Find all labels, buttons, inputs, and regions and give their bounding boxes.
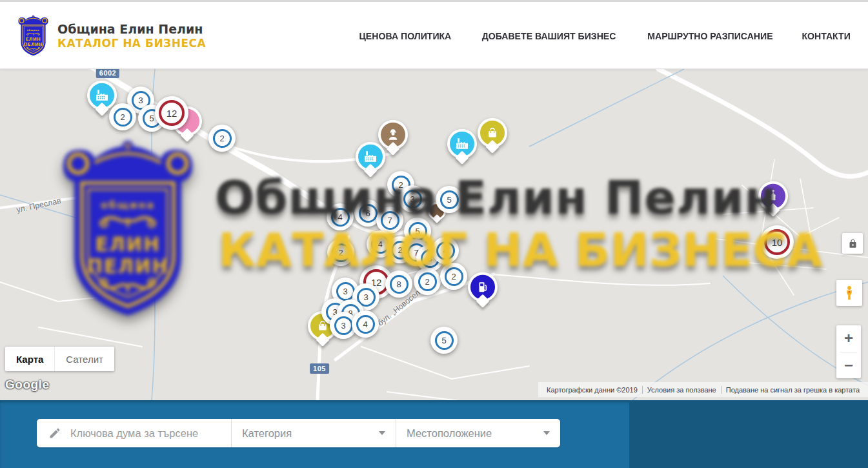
google-logo[interactable]: Google [5,378,49,392]
search-box: Категория Местоположение [37,419,560,447]
shopping-bag-icon [485,125,500,141]
map-cluster[interactable]: 12 [155,96,188,130]
cluster-count: 2 [213,129,232,148]
category-select[interactable]: Категория [231,419,396,447]
cluster-count: 3 [334,316,353,335]
church-icon [765,188,781,204]
map-type-map-button[interactable]: Карта [5,347,54,371]
cluster-count: 5 [435,331,454,350]
cluster-count: 4 [356,315,375,334]
location-select-value: Местоположение [407,427,492,440]
factory-icon [94,88,110,103]
map-cluster[interactable]: 7 [376,207,403,234]
lock-button[interactable] [842,233,863,254]
cluster-count: 2 [445,267,463,286]
factory-marker[interactable] [87,81,117,110]
zoom-out-button[interactable]: − [836,352,861,379]
pegman-icon [841,285,858,301]
factory-marker[interactable] [356,142,385,172]
attribution-report-link[interactable]: Подаване на сигнал за грешка в картата [721,386,864,394]
fuel-pump-icon [475,280,490,295]
search-bar: Категория Местоположение ТЪРСЕНЕ [0,400,868,468]
nav-item-contacts[interactable]: КОНТАКТИ [802,30,850,41]
map-cluster[interactable]: 3 [399,185,426,212]
cluster-count: 10 [764,229,790,255]
location-select[interactable]: Местоположение [396,419,560,447]
map-type-satellite-button[interactable]: Сателит [54,347,114,371]
factory-icon [363,149,378,165]
attribution-copyright: Картографски данни ©2019 [542,386,642,394]
zoom-control: + − [836,325,861,378]
chevron-down-icon [543,431,550,435]
map-cluster[interactable]: 4 [327,203,354,230]
worker-marker[interactable] [378,120,408,150]
cluster-count: 8 [390,275,409,294]
pencil-icon [48,427,61,440]
road-badge: 105 [310,363,329,374]
nav-item-pricing[interactable]: ЦЕНОВА ПОЛИТИКА [359,30,452,41]
cluster-count: 2 [332,243,350,262]
factory-marker[interactable] [447,129,477,159]
cluster-count: 6 [359,204,378,223]
map-cluster[interactable]: 4 [352,310,379,338]
cluster-count: 12 [159,100,185,126]
map-cluster[interactable]: 4 [432,237,459,264]
map-cluster[interactable]: 8 [385,270,412,298]
nav-item-add-business[interactable]: ДОБАВЕТЕ ВАШИЯТ БИЗНЕС [482,30,616,41]
map-cluster[interactable]: 2 [327,239,354,266]
map-cluster[interactable]: 2 [414,268,441,295]
search-bar-dark-panel [629,400,868,468]
map-cluster[interactable]: 2 [208,125,236,152]
map-attribution: Картографски данни ©2019 Условия за полз… [538,382,868,397]
map-cluster[interactable]: 5 [436,186,463,213]
church-marker[interactable] [758,181,788,211]
site-logo[interactable]: Община Елин Пелин КАТАЛОГ НА БИЗНЕСА [16,15,206,57]
road-badge: 6002 [96,69,119,78]
cluster-count: 2 [114,108,132,127]
cluster-count: 2 [418,272,437,291]
keyword-field-wrap [37,419,231,447]
main-nav: ЦЕНОВА ПОЛИТИКА ДОБАВЕТЕ ВАШИЯТ БИЗНЕС М… [356,2,852,69]
lock-icon [848,239,858,249]
factory-icon [454,136,470,152]
worker-icon [385,127,401,143]
cluster-count: 4 [436,241,455,260]
category-select-value: Категория [242,427,292,440]
cluster-count: 3 [403,190,422,209]
nav-item-route-schedule[interactable]: МАРШРУТНО РАЗПИСАНИЕ [647,30,772,41]
cluster-count: 7 [381,211,399,230]
cluster-count: 5 [409,222,427,241]
page: Община Елин Пелин КАТАЛОГ НА БИЗНЕСА ЦЕН… [0,0,868,468]
site-title: Община Елин Пелин [57,22,206,37]
municipality-crest-icon [16,15,50,57]
map-cluster[interactable]: 2 [109,103,136,130]
cluster-count: 4 [331,208,350,227]
keyword-search-input[interactable] [69,427,231,440]
attribution-terms-link[interactable]: Условия за ползване [642,386,721,394]
cluster-count: 5 [440,190,459,209]
zoom-in-button[interactable]: + [836,325,861,352]
shopping-bag-marker[interactable] [478,118,507,148]
fuel-marker[interactable] [468,272,498,302]
site-header: Община Елин Пелин КАТАЛОГ НА БИЗНЕСА ЦЕН… [0,0,868,69]
map-type-control: Карта Сателит [5,347,114,371]
map-cluster[interactable]: 5 [430,327,458,354]
map-cluster[interactable]: 10 [760,225,794,259]
site-subtitle: КАТАЛОГ НА БИЗНЕСА [57,37,206,50]
chevron-down-icon [379,431,385,435]
map-cluster[interactable]: 2 [440,263,467,290]
pegman-button[interactable] [836,280,862,306]
